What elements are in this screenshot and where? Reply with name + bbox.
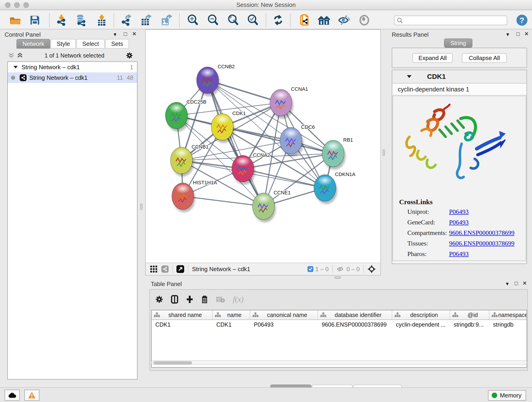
export-table-button[interactable] [138, 13, 154, 27]
zoom-in-button[interactable] [185, 13, 201, 27]
network-row[interactable]: String Network – cdk1 11 48 [8, 72, 137, 83]
collapse-section-icon[interactable] [407, 75, 412, 78]
network-graph[interactable]: CCNB2CCNA1CDC25BCDK1CDC6RB1CCNB1CCNA2CDK… [146, 30, 380, 263]
add-row-icon[interactable] [186, 295, 193, 303]
table-cell[interactable]: stringdb:9... [450, 320, 489, 330]
toolbar-separator [290, 13, 291, 27]
import-database-icon [75, 14, 88, 26]
selected-checkbox-icon[interactable] [307, 266, 313, 272]
save-session-button[interactable] [27, 13, 43, 27]
search-field[interactable] [394, 16, 507, 25]
scrollbar-thumb[interactable] [153, 361, 192, 364]
collection-expand-icon[interactable] [13, 66, 18, 69]
bottom-splitter-handle[interactable] [335, 276, 341, 279]
maximize-panel-icon[interactable]: □ [515, 280, 518, 287]
delete-column-icon[interactable] [201, 295, 208, 303]
collapse-all-button[interactable]: Collapse All [462, 53, 507, 63]
table-row[interactable]: CDK1CDK1P064939606.ENSP00000378699cyclin… [152, 320, 526, 330]
node-CDC25B[interactable]: CDC25B [165, 99, 206, 132]
tab-select[interactable]: Select [76, 39, 105, 49]
crosslink-link[interactable]: 9606.ENSP00000378699 [449, 229, 514, 236]
gene-section-header[interactable]: CDK1 [392, 70, 526, 83]
toolbar-separator [49, 13, 50, 27]
gear-icon[interactable] [126, 52, 133, 59]
gene-details: CrossLinks Uniprot:P06493GeneCard:P06493… [393, 96, 526, 261]
table-cell[interactable]: cyclin-dependent ... [392, 320, 450, 330]
column-header-canonical-name[interactable]: canonical name [250, 310, 318, 319]
column-header-name[interactable]: name [213, 310, 250, 319]
add-column-icon[interactable] [171, 295, 178, 304]
node-CCNE1[interactable]: CCNE1 [253, 190, 291, 222]
export-network-button[interactable] [119, 13, 134, 27]
column-header-id[interactable]: @id [450, 310, 489, 319]
import-network-file-button[interactable] [54, 13, 70, 27]
expand-all-icon[interactable] [17, 52, 23, 58]
show-all-button[interactable] [356, 13, 372, 27]
edge-CCNB2-CCNE1[interactable] [208, 80, 264, 206]
gear-icon[interactable] [155, 295, 163, 303]
toolbar-separator [363, 265, 364, 273]
birds-eye-grid-icon[interactable] [150, 266, 157, 273]
column-header-description[interactable]: description [392, 310, 450, 319]
import-network-database-button[interactable] [73, 13, 89, 27]
export-image-button[interactable] [158, 13, 174, 27]
float-panel-icon[interactable]: ▾ [506, 31, 509, 38]
network-overview-icon[interactable] [161, 265, 169, 273]
left-splitter-handle[interactable] [140, 204, 143, 210]
help-button[interactable]: ? [514, 13, 530, 27]
close-panel-icon[interactable]: ✕ [522, 280, 527, 287]
tab-string[interactable]: String [444, 38, 472, 48]
collapse-all-icon[interactable] [8, 52, 14, 58]
node-label-CCNA2: CCNA2 [253, 152, 270, 158]
float-panel-icon[interactable]: ▾ [114, 31, 116, 38]
table-cell[interactable]: P06493 [250, 320, 318, 330]
column-header-shared-name[interactable]: shared name [152, 310, 213, 319]
zoom-out-button[interactable] [205, 13, 221, 27]
refresh-button[interactable] [270, 13, 286, 27]
node-CDC6[interactable]: CDC6 [280, 124, 315, 157]
maximize-panel-icon[interactable]: □ [516, 31, 520, 37]
float-panel-icon[interactable]: ▾ [506, 281, 509, 287]
zoom-selected-button[interactable] [245, 13, 261, 27]
tab-network[interactable]: Network [17, 39, 50, 49]
tab-sets[interactable]: Sets [105, 39, 129, 49]
tab-style[interactable]: Style [51, 39, 76, 49]
node-HIST1H1A[interactable]: HIST1H1A [172, 180, 217, 212]
crosslink-link[interactable]: 9606.ENSP00000378699 [449, 240, 514, 247]
crosslink-link[interactable]: P06493 [449, 250, 469, 258]
crosshair-move-icon[interactable] [367, 265, 376, 273]
node-CDKN1A[interactable]: CDKN1A [314, 172, 355, 204]
hidden-eye-slash-icon[interactable] [336, 266, 345, 272]
cloud-status-button[interactable] [5, 390, 20, 401]
table-horizontal-scrollbar[interactable] [151, 360, 527, 365]
crosslink-link[interactable]: P06493 [449, 219, 469, 226]
memory-button[interactable]: Memory [488, 390, 526, 401]
node-CCNB2[interactable]: CCNB2 [196, 64, 235, 96]
node-CCNA1[interactable]: CCNA1 [270, 86, 308, 119]
import-table-button[interactable] [94, 13, 109, 27]
search-input[interactable] [403, 17, 507, 24]
node-RB1[interactable]: RB1 [322, 137, 353, 170]
home-button[interactable] [316, 13, 332, 27]
network-collection-row[interactable]: String Network – cdk1 1 [8, 62, 137, 72]
detach-view-icon[interactable] [177, 265, 184, 273]
expand-all-button[interactable]: Expand All [412, 53, 453, 63]
zoom-fit-button[interactable] [225, 13, 241, 27]
table-cell[interactable]: CDK1 [213, 320, 250, 330]
table-cell[interactable]: stringdb [489, 320, 527, 330]
table-cell[interactable]: 9606.ENSP00000378699 [318, 320, 392, 330]
network-view[interactable]: CCNB2CCNA1CDC25BCDK1CDC6RB1CCNB1CCNA2CDK… [145, 29, 381, 275]
close-panel-icon[interactable]: ✕ [524, 31, 529, 37]
column-header-database-identifier[interactable]: database identifier [318, 310, 392, 319]
warnings-button[interactable] [24, 390, 39, 401]
table-cell[interactable]: CDK1 [152, 320, 213, 330]
right-splitter-handle[interactable] [383, 149, 385, 156]
close-panel-icon[interactable]: ✕ [132, 31, 137, 37]
hide-selected-button[interactable] [336, 13, 352, 27]
column-header-namespace[interactable]: namespace [489, 310, 527, 319]
crosslink-link[interactable]: P06493 [449, 208, 469, 216]
maximize-panel-icon[interactable]: □ [124, 31, 127, 37]
node-label-CCNE1: CCNE1 [273, 190, 291, 196]
duplicate-network-button[interactable] [297, 13, 312, 27]
open-session-button[interactable] [7, 13, 23, 27]
